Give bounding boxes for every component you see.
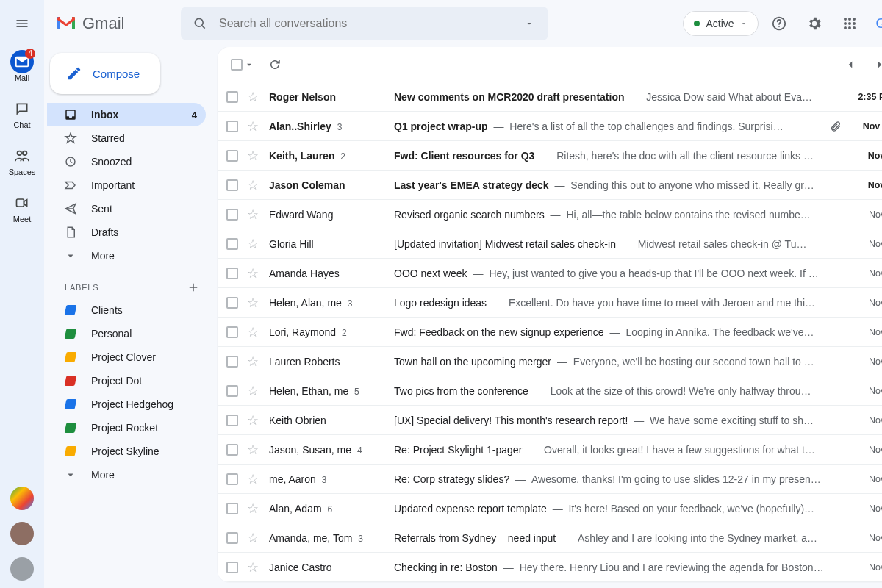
refresh-button[interactable] [260,50,290,79]
nav-important[interactable]: Important [47,173,206,197]
search-input[interactable] [213,17,516,30]
row-checkbox[interactable] [223,444,241,456]
row-sender: Keith, Lauren 2 [265,150,391,162]
row-checkbox[interactable] [223,268,241,279]
row-star[interactable]: ☆ [244,326,262,339]
mail-row[interactable]: ☆Jason ColemanLast year's EMEA strategy … [218,171,882,200]
main-menu-button[interactable] [4,6,40,41]
rail-shortcut-2[interactable] [10,522,34,545]
label-item[interactable]: Project Dot [47,369,206,392]
row-checkbox[interactable] [223,503,241,514]
row-star[interactable]: ☆ [244,208,262,221]
apprail-label: Mail [15,74,29,82]
status-label: Active [706,18,734,29]
compose-button[interactable]: Compose [50,53,160,94]
rail-shortcut-3[interactable] [10,557,34,581]
search-icon[interactable] [187,10,213,37]
row-star[interactable]: ☆ [244,296,262,309]
labels-more-label: More [91,469,115,481]
mail-row[interactable]: ☆Helen, Alan, me 3Logo redesign ideas — … [218,288,882,318]
row-checkbox[interactable] [223,385,241,397]
mail-row[interactable]: ☆Gloria Hill[Updated invitation] Midwest… [218,229,882,259]
row-checkbox[interactable] [223,473,241,485]
row-star[interactable]: ☆ [244,179,262,192]
row-checkbox[interactable] [223,415,241,426]
mail-row[interactable]: ☆Keith, Lauren 2Fwd: Client resources fo… [218,141,882,171]
label-item[interactable]: Project Hedgehog [47,392,206,416]
nav-label: More [91,250,115,262]
older-button[interactable] [865,50,882,79]
search-bar[interactable] [181,7,548,40]
label-item[interactable]: Project Skyline [47,440,206,463]
support-button[interactable] [764,9,794,38]
label-item[interactable]: Project Clover [47,345,206,369]
row-star[interactable]: ☆ [244,502,262,515]
row-checkbox[interactable] [223,356,241,368]
row-star[interactable]: ☆ [244,531,262,545]
label-icon [63,376,78,386]
nav-drafts[interactable]: Drafts [47,220,206,244]
row-checkbox[interactable] [223,209,241,220]
header: Gmail Active [44,0,882,47]
attachment-icon [827,121,845,132]
nav-starred[interactable]: Starred [47,126,206,150]
logo-block[interactable]: Gmail [47,14,175,33]
row-checkbox[interactable] [223,121,241,132]
mail-row[interactable]: ☆Jason, Susan, me 4Re: Project Skylight … [218,435,882,465]
nav-inbox[interactable]: Inbox4 [47,103,206,126]
mail-row[interactable]: ☆me, Aaron 3Re: Corp strategy slides? — … [218,465,882,494]
apps-button[interactable] [835,9,864,38]
mail-row[interactable]: ☆Janice CastroChecking in re: Boston — H… [218,553,882,582]
newer-button[interactable] [836,50,865,79]
apprail-meet[interactable]: Meet [3,187,41,234]
apprail-chat[interactable]: Chat [3,93,41,140]
nav-more[interactable]: More [47,244,206,268]
row-star[interactable]: ☆ [244,561,262,574]
label-item[interactable]: Clients [47,298,206,322]
row-star[interactable]: ☆ [244,149,262,162]
labels-more[interactable]: More [47,463,206,487]
mail-row[interactable]: ☆Amanda, me, Tom 3Referrals from Sydney … [218,523,882,553]
mail-row[interactable]: ☆Alan, Adam 6Updated expense report temp… [218,494,882,523]
row-star[interactable]: ☆ [244,90,262,104]
row-checkbox[interactable] [223,179,241,191]
status-chip[interactable]: Active [683,11,758,36]
label-item[interactable]: Project Rocket [47,416,206,440]
row-checkbox[interactable] [223,150,241,162]
mail-row[interactable]: ☆Edward WangRevised organic search numbe… [218,200,882,229]
row-star[interactable]: ☆ [244,120,262,133]
mail-row[interactable]: ☆Alan..Shirley 3Q1 project wrap-up — Her… [218,112,882,141]
row-checkbox[interactable] [223,238,241,250]
apprail-mail[interactable]: 4Mail [3,46,41,93]
row-star[interactable]: ☆ [244,267,262,280]
label-item[interactable]: Personal [47,322,206,345]
mail-row[interactable]: ☆Amanda HayesOOO next week — Hey, just w… [218,259,882,288]
select-all-checkbox[interactable] [225,50,257,79]
row-sender: Amanda Hayes [265,268,391,279]
row-star[interactable]: ☆ [244,384,262,398]
row-checkbox[interactable] [223,297,241,309]
row-star[interactable]: ☆ [244,237,262,251]
add-label-button[interactable] [187,281,200,294]
row-star[interactable]: ☆ [244,355,262,368]
row-checkbox[interactable] [223,91,241,103]
row-checkbox[interactable] [223,532,241,544]
mail-row[interactable]: ☆Lauren RobertsTown hall on the upcoming… [218,347,882,376]
mail-row[interactable]: ☆Keith Obrien[UX] Special delivery! This… [218,406,882,435]
svg-rect-2 [17,199,24,207]
search-options-icon[interactable] [516,10,542,37]
mail-row[interactable]: ☆Helen, Ethan, me 5Two pics from the con… [218,376,882,406]
settings-button[interactable] [800,9,829,38]
app-rail: 4MailChatSpacesMeet [0,0,44,588]
rail-shortcut-1[interactable] [10,487,34,510]
nav-snoozed[interactable]: Snoozed [47,150,206,173]
nav-sent[interactable]: Sent [47,197,206,220]
mail-row[interactable]: ☆Roger NelsonNew comments on MCR2020 dra… [218,82,882,112]
row-checkbox[interactable] [223,562,241,573]
apprail-spaces[interactable]: Spaces [3,140,41,187]
row-star[interactable]: ☆ [244,443,262,456]
row-star[interactable]: ☆ [244,414,262,427]
row-checkbox[interactable] [223,326,241,338]
row-star[interactable]: ☆ [244,473,262,486]
mail-row[interactable]: ☆Lori, Raymond 2Fwd: Feedback on the new… [218,318,882,347]
